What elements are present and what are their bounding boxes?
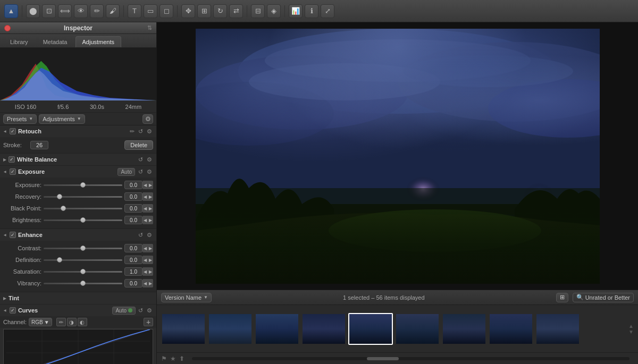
resize-icon[interactable]: ⇅ xyxy=(147,24,152,31)
retouch-gear-icon[interactable]: ⚙ xyxy=(146,128,153,135)
scroll-indicator[interactable]: ▲▼ xyxy=(628,323,634,335)
white-balance-checkbox[interactable]: ✓ xyxy=(9,156,15,163)
saturation-dec-arrow[interactable]: ◀ xyxy=(142,267,148,276)
toolbar-layers-icon[interactable]: ⊟ xyxy=(251,4,265,18)
section-retouch-header[interactable]: ▼ ✓ Retouch ✏ ↺ ⚙ xyxy=(0,125,156,137)
enhance-checkbox[interactable]: ✓ xyxy=(10,232,16,238)
vibrancy-value[interactable]: 0.0 xyxy=(124,279,142,287)
tab-adjustments[interactable]: Adjustments xyxy=(75,36,122,47)
toolbar-flip-icon[interactable]: ⇄ xyxy=(229,4,243,18)
vibrancy-slider-thumb[interactable] xyxy=(80,281,86,286)
brightness-dec-arrow[interactable]: ◀ xyxy=(142,216,148,224)
exposure-auto-button[interactable]: Auto xyxy=(117,168,135,176)
recovery-value[interactable]: 0.0 xyxy=(124,192,142,201)
exposure-reset-icon[interactable]: ↺ xyxy=(137,168,144,175)
curves-pencil-button[interactable]: ✏ xyxy=(56,318,66,326)
brightness-slider-thumb[interactable] xyxy=(80,217,86,223)
toolbar-info-icon[interactable]: ℹ xyxy=(305,4,318,18)
presets-dropdown[interactable]: Presets ▼ xyxy=(3,114,37,124)
toolbar-redeye-icon[interactable]: 👁 xyxy=(74,4,88,18)
footer-upload-icon[interactable]: ⬆ xyxy=(179,355,184,362)
curves-reset-icon[interactable]: ↺ xyxy=(137,307,144,314)
black-point-slider-thumb[interactable] xyxy=(61,206,66,211)
recovery-dec-arrow[interactable]: ◀ xyxy=(142,192,148,201)
black-point-inc-arrow[interactable]: ▶ xyxy=(148,204,153,213)
curves-checkbox[interactable]: ✓ xyxy=(10,307,16,314)
definition-inc-arrow[interactable]: ▶ xyxy=(148,256,153,264)
contrast-inc-arrow[interactable]: ▶ xyxy=(148,244,153,252)
retouch-reset-icon[interactable]: ↺ xyxy=(137,128,144,135)
tab-metadata[interactable]: Metadata xyxy=(36,36,74,47)
contrast-slider-track[interactable] xyxy=(44,248,122,249)
brightness-inc-arrow[interactable]: ▶ xyxy=(148,216,153,224)
thumb-5-selected[interactable] xyxy=(348,313,393,345)
exposure-inc-arrow[interactable]: ▶ xyxy=(148,181,153,189)
toolbar-select-icon[interactable]: ▲ xyxy=(4,4,18,18)
toolbar-text-icon[interactable]: T xyxy=(128,4,141,18)
vibrancy-dec-arrow[interactable]: ◀ xyxy=(142,279,148,287)
thumb-7[interactable] xyxy=(442,313,486,345)
toolbar-move-icon[interactable]: ✥ xyxy=(181,4,195,18)
section-tint-header[interactable]: ▶ Tint xyxy=(0,292,156,304)
curves-gear-icon[interactable]: ⚙ xyxy=(146,307,153,314)
saturation-value[interactable]: 1.0 xyxy=(124,267,142,276)
black-point-value[interactable]: 0.0 xyxy=(124,204,142,213)
thumb-3[interactable] xyxy=(255,313,299,345)
wb-reset-icon[interactable]: ↺ xyxy=(137,156,144,163)
vibrancy-inc-arrow[interactable]: ▶ xyxy=(148,279,153,287)
footer-flag-icon[interactable]: ⚑ xyxy=(161,355,167,362)
filmstrip-scrollbar-thumb[interactable] xyxy=(367,357,399,360)
recovery-slider-track[interactable] xyxy=(44,196,122,198)
filmstrip-view-button[interactable]: ⊞ xyxy=(556,293,568,302)
vibrancy-slider-track[interactable] xyxy=(44,283,122,284)
definition-slider-thumb[interactable] xyxy=(57,257,62,263)
definition-value[interactable]: 0.0 xyxy=(124,256,142,264)
exposure-gear-icon[interactable]: ⚙ xyxy=(146,168,153,175)
settings-gear-button[interactable]: ⚙ xyxy=(142,114,153,124)
toolbar-rotate-icon[interactable]: ↻ xyxy=(213,4,227,18)
toolbar-histogram-icon[interactable]: 📊 xyxy=(289,4,303,18)
filmstrip-scrollbar[interactable] xyxy=(192,357,629,360)
retouch-delete-button[interactable]: Delete xyxy=(124,140,153,150)
toolbar-brush-icon[interactable]: 🖌 xyxy=(106,4,120,18)
section-enhance-header[interactable]: ▼ ✓ Enhance ↺ ⚙ xyxy=(0,229,156,241)
toolbar-lasso-icon[interactable]: ⬤ xyxy=(26,4,40,18)
tab-library[interactable]: Library xyxy=(3,36,35,47)
adjustments-dropdown[interactable]: Adjustments ▼ xyxy=(39,114,85,124)
toolbar-pencil-icon[interactable]: ✏ xyxy=(90,4,104,18)
enhance-gear-icon[interactable]: ⚙ xyxy=(146,232,153,239)
section-white-balance-header[interactable]: ▶ ✓ White Balance ↺ ⚙ xyxy=(0,154,156,165)
definition-slider-track[interactable] xyxy=(44,259,122,261)
brightness-value[interactable]: 0.0 xyxy=(124,216,142,224)
stroke-value[interactable]: 26 xyxy=(30,141,48,149)
retouch-edit-icon[interactable]: ✏ xyxy=(129,128,136,135)
exposure-slider-thumb[interactable] xyxy=(80,182,86,188)
curves-add-button[interactable]: + xyxy=(144,318,153,326)
exposure-value[interactable]: 0.0 xyxy=(124,181,142,189)
thumb-9[interactable] xyxy=(535,313,580,345)
footer-star-icon[interactable]: ★ xyxy=(170,355,176,362)
contrast-value[interactable]: 0.0 xyxy=(124,244,142,252)
section-exposure-header[interactable]: ▼ ✓ Exposure Auto ↺ ⚙ xyxy=(0,166,156,177)
toolbar-zoom-icon[interactable]: ⊞ xyxy=(197,4,211,18)
contrast-slider-thumb[interactable] xyxy=(80,246,86,251)
black-point-dec-arrow[interactable]: ◀ xyxy=(142,204,148,213)
thumb-6[interactable] xyxy=(395,313,440,345)
exposure-slider-track[interactable] xyxy=(44,184,122,186)
photo-viewer[interactable] xyxy=(157,22,638,290)
definition-dec-arrow[interactable]: ◀ xyxy=(142,256,148,264)
section-curves-header[interactable]: ▼ ✓ Curves Auto ↺ ⚙ xyxy=(0,304,156,316)
exposure-checkbox[interactable]: ✓ xyxy=(10,168,16,175)
thumb-8[interactable] xyxy=(489,313,533,345)
thumb-4[interactable] xyxy=(301,313,346,345)
toolbar-select2-icon[interactable]: ◻ xyxy=(160,4,173,18)
toolbar-shape-icon[interactable]: ▭ xyxy=(144,4,157,18)
retouch-checkbox[interactable]: ✓ xyxy=(10,128,16,134)
curves-auto-button[interactable]: Auto xyxy=(112,307,136,315)
sort-dropdown[interactable]: Version Name ▼ xyxy=(161,293,212,302)
enhance-reset-icon[interactable]: ↺ xyxy=(137,232,144,239)
wb-gear-icon[interactable]: ⚙ xyxy=(146,156,153,163)
saturation-slider-track[interactable] xyxy=(44,271,122,273)
saturation-slider-thumb[interactable] xyxy=(80,269,86,274)
toolbar-crop-icon[interactable]: ⊡ xyxy=(42,4,56,18)
